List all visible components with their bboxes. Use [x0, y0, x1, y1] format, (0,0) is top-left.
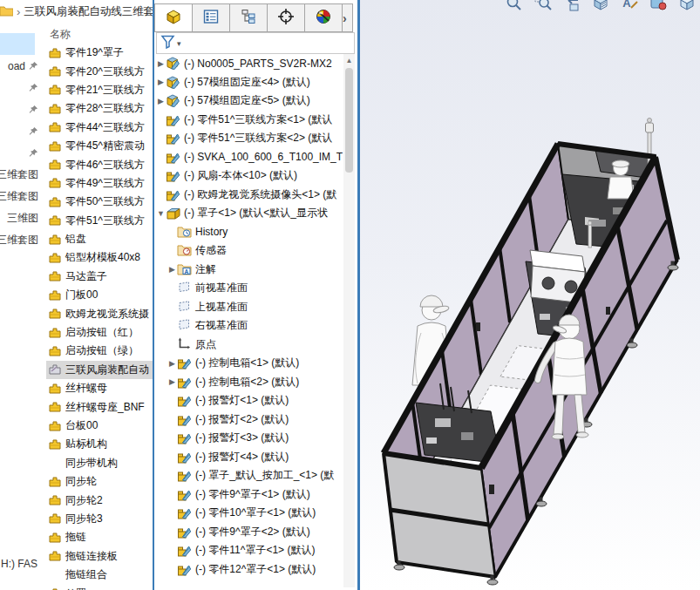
tab-featuremanager[interactable] [155, 4, 193, 31]
column-header-name[interactable]: 名称 [46, 27, 153, 44]
feature-tree-item[interactable]: (-) 零件51^三联线方案<2> (默认 [154, 129, 348, 148]
file-list-item[interactable]: 启动按钮（红） [46, 323, 153, 342]
feature-tree-item[interactable]: ▶ (-) No0005_PARTS_SV2R-MX2 [154, 54, 348, 73]
file-list-item[interactable]: 同步带机构 [46, 454, 153, 472]
nav-item[interactable] [0, 120, 45, 142]
feature-tree-item[interactable]: 上视基准面 [154, 298, 348, 317]
file-list-item[interactable]: 丝杆螺母 [46, 379, 153, 397]
filter-funnel-icon[interactable] [160, 35, 175, 52]
expand-arrow-icon[interactable]: ▶ [167, 265, 177, 274]
file-list-item[interactable]: 同步轮3 [46, 510, 153, 528]
feature-tree-item[interactable]: (-) 报警灯<3> (默认) [154, 429, 348, 448]
filter-caret-icon[interactable]: ▾ [177, 39, 181, 48]
file-list-item[interactable]: 零件20^三联线方 [46, 62, 153, 80]
tab-overflow-arrow[interactable]: › [343, 4, 353, 31]
feature-tree-item[interactable]: ▼ (-) 罩子<1> (默认<默认_显示状 [154, 204, 348, 223]
file-list-item[interactable]: 零件19^罩子 [46, 44, 153, 62]
3d-assembly-line-model[interactable] [360, 0, 700, 590]
expand-arrow-icon[interactable]: ▶ [167, 377, 177, 386]
file-list-item[interactable]: 拖链连接板 [46, 547, 153, 566]
nav-item[interactable]: 三维套图 [0, 229, 45, 251]
feature-tree-item[interactable]: (-) 零件9^罩子<1> (默认) [154, 485, 348, 505]
nav-item[interactable]: oad [0, 55, 45, 77]
file-list-item[interactable]: 零件44^三联线方 [46, 119, 153, 137]
file-list-item[interactable]: 外罩 [46, 584, 153, 590]
feature-tree-item[interactable]: (-) 零件11^罩子<1> (默认) [154, 541, 348, 560]
pin-icon[interactable] [29, 83, 38, 92]
nav-item[interactable]: 三维图 [0, 207, 45, 229]
tab-configurationmanager[interactable] [230, 4, 268, 31]
feature-tree-item[interactable]: (-) 零件12^罩子<1> (默认) [154, 560, 348, 580]
feature-tree-item[interactable]: (-) 报警灯<2> (默认) [154, 410, 348, 430]
rim-pole[interactable] [588, 221, 592, 248]
file-list-item[interactable]: 零件51^三联线方 [46, 212, 153, 230]
feature-tree-item[interactable]: (-) 风扇-本体<10> (默认) [154, 166, 348, 186]
pin-icon[interactable] [29, 61, 38, 71]
feature-tree-item[interactable]: ▶ (-) 57模组固定座<4> (默认) [154, 73, 348, 92]
file-list-item[interactable]: 贴标机构 [46, 435, 153, 453]
expand-arrow-icon[interactable]: ▶ [156, 97, 166, 105]
scrollbar-thumb[interactable] [345, 68, 353, 173]
feature-tree-item[interactable]: ▶ (-) 57模组固定座<5> (默认) [154, 92, 348, 111]
feature-tree-item[interactable]: (-) 零件10^罩子<1> (默认) [154, 504, 348, 523]
expand-arrow-icon[interactable]: ▶ [156, 78, 166, 86]
feature-tree-item[interactable]: (-) 罩子_默认_按加工_<1> (默 [154, 466, 348, 485]
feature-tree-item[interactable]: ▶ A 注解 [154, 261, 348, 280]
tab-displaymanager[interactable] [305, 4, 343, 31]
tab-propertymanager[interactable] [193, 4, 230, 31]
file-list-item[interactable]: 铝型材模板40x8 [46, 248, 153, 267]
nav-item[interactable] [0, 33, 35, 55]
file-list-item[interactable]: 铝盘 [46, 230, 153, 248]
pin-icon[interactable] [29, 148, 38, 158]
enclosure-near-wall[interactable] [384, 453, 495, 577]
feature-tree-item[interactable]: 前视基准面 [154, 279, 348, 298]
file-list-item[interactable]: 零件28^三联线方 [46, 99, 153, 118]
tree-filter-box[interactable]: ▾ [156, 32, 355, 54]
feature-tree-item[interactable]: (-) 欧姆龙视觉系统摄像头<1> (默 [154, 186, 348, 205]
scroll-up-arrow-icon[interactable]: ▲ [343, 54, 355, 64]
feature-tree-item[interactable]: 原点 [154, 336, 348, 355]
file-list-item[interactable]: 门板00 [46, 286, 153, 304]
expand-arrow-icon[interactable]: ▼ [156, 209, 166, 218]
file-name: 同步轮 [65, 474, 97, 489]
file-list-item[interactable]: 零件49^三联线方 [46, 174, 153, 193]
nav-item[interactable]: 三维套图 [0, 186, 45, 207]
nav-item[interactable] [0, 77, 45, 98]
feature-tree-item[interactable]: (-) 零件9^罩子<2> (默认) [154, 523, 348, 542]
expand-arrow-icon[interactable]: ▶ [156, 59, 166, 68]
feature-tree-item[interactable]: ▶ (-) 控制电箱<1> (默认) [154, 354, 348, 373]
pin-icon[interactable] [29, 105, 38, 114]
feature-tree-item[interactable]: History [154, 223, 348, 242]
feature-tree-item[interactable]: (-) 报警灯<4> (默认) [154, 448, 348, 467]
file-list-item[interactable]: 零件21^三联线方 [46, 81, 153, 99]
file-list-item[interactable]: 欧姆龙视觉系统摄 [46, 304, 153, 322]
feature-tree-item[interactable]: (-) 零件51^三联线方案<1> (默认 [154, 111, 348, 130]
drive-label[interactable]: H:) FAS [1, 558, 37, 570]
file-list-item[interactable]: 零件46^三联线方 [46, 155, 153, 173]
file-list-item[interactable]: 拖链 [46, 528, 153, 546]
breadcrumb[interactable]: › 三联风扇装配自动线三维套 [0, 0, 153, 23]
feature-tree-item[interactable]: (-) SVKA_100_600_6_T100_IM_T [154, 148, 348, 167]
pin-icon[interactable] [29, 126, 38, 136]
file-list-item[interactable]: 马达盖子 [46, 268, 153, 286]
file-list-item[interactable]: 同步轮 [46, 472, 153, 491]
feature-tree-item[interactable]: (-) 报警灯<1> (默认) [154, 391, 348, 410]
expand-arrow-icon[interactable]: ▶ [167, 359, 177, 368]
tree-scrollbar[interactable]: ▲ [343, 54, 355, 587]
file-list-item[interactable]: 同步轮2 [46, 491, 153, 509]
file-list-item[interactable]: 零件45^精密震动 [46, 137, 153, 155]
file-list-item[interactable]: 拖链组合 [46, 566, 153, 584]
file-list-item[interactable]: 台板00 [46, 417, 153, 435]
file-list-item[interactable]: 三联风扇装配自动 [46, 361, 153, 379]
nav-item[interactable] [0, 142, 45, 164]
tab-dimxpertmanager[interactable] [268, 4, 305, 31]
graphics-viewport[interactable]: A [360, 0, 700, 590]
feature-tree-item[interactable]: 右视基准面 [154, 316, 348, 336]
file-list-item[interactable]: 零件50^三联线方 [46, 193, 153, 211]
nav-item[interactable]: 三维套图 [0, 164, 45, 186]
feature-tree-item[interactable]: 传感器 [154, 241, 348, 261]
file-list-item[interactable]: 启动按钮（绿） [46, 342, 153, 360]
nav-item[interactable] [0, 98, 45, 120]
file-list-item[interactable]: 丝杆螺母座_BNF [46, 397, 153, 416]
feature-tree-item[interactable]: ▶ (-) 控制电箱<2> (默认) [154, 373, 348, 392]
